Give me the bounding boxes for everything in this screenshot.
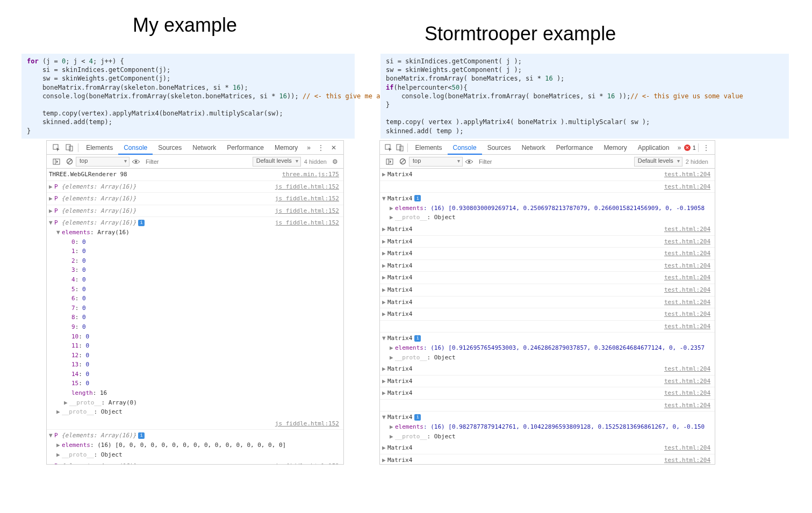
context-select[interactable]: top: [76, 157, 130, 167]
log-entry[interactable]: ▶Matrix4: [382, 309, 659, 319]
info-badge-icon: i: [138, 432, 145, 439]
eye-icon[interactable]: [130, 155, 142, 169]
tab-elements[interactable]: Elements: [81, 141, 118, 155]
source-link[interactable]: js fiddle.html:152: [270, 461, 339, 464]
tab-sources[interactable]: Sources: [153, 141, 187, 155]
source-link[interactable]: test.html:204: [659, 456, 710, 464]
tab-performance[interactable]: Performance: [551, 141, 599, 155]
source-link[interactable]: test.html:204: [659, 377, 710, 386]
tab-memory[interactable]: Memory: [598, 141, 632, 155]
source-link[interactable]: js fiddle.html:152: [270, 218, 339, 416]
hidden-count: 4 hidden: [301, 158, 330, 165]
svg-point-7: [135, 161, 137, 163]
log-entry[interactable]: ▶Matrix4: [382, 249, 659, 258]
tab-elements[interactable]: Elements: [410, 141, 448, 155]
source-link[interactable]: test.html:204: [659, 298, 710, 307]
log-entry[interactable]: ▶Matrix4: [382, 377, 659, 386]
svg-point-15: [468, 161, 470, 163]
source-link[interactable]: js fiddle.html:152: [270, 206, 339, 216]
filter-input[interactable]: [476, 158, 634, 165]
source-link[interactable]: test.html:204: [659, 309, 710, 319]
filter-input[interactable]: [142, 158, 253, 165]
source-link[interactable]: js fiddle.html:152: [270, 194, 339, 204]
close-icon[interactable]: ✕: [327, 141, 340, 155]
levels-select[interactable]: Default levels: [634, 157, 682, 167]
clear-console-icon[interactable]: [396, 155, 409, 169]
log-entry-expanded[interactable]: ▼P {elements: Array(16)}i ▼elements: Arr…: [49, 218, 270, 416]
log-entry[interactable]: ▶Matrix4: [382, 443, 659, 453]
log-entry[interactable]: ▶Matrix4: [382, 456, 659, 464]
hidden-count: 2 hidden: [682, 158, 712, 165]
context-select[interactable]: top: [409, 157, 463, 167]
log-entry[interactable]: THREE.WebGLRenderer 98: [49, 170, 277, 179]
tab-application[interactable]: Application: [633, 141, 675, 155]
log-entry[interactable]: ▶Matrix4: [382, 285, 659, 295]
kebab-icon[interactable]: ⋮: [314, 141, 327, 155]
sidebar-toggle-icon[interactable]: [383, 155, 396, 169]
tab-sources[interactable]: Sources: [482, 141, 516, 155]
log-entry[interactable]: ▶Matrix4: [382, 170, 659, 179]
log-entry[interactable]: ▶Matrix4: [382, 298, 659, 307]
log-entry-expanded[interactable]: ▼Matrix4i ▶elements: (16) [0.93080300092…: [382, 194, 705, 222]
inspect-icon[interactable]: [50, 141, 63, 155]
more-tabs-icon[interactable]: »: [674, 144, 684, 151]
source-link[interactable]: test.html:204: [659, 364, 710, 374]
log-entry-expanded[interactable]: ▼P {elements: Array(16)}i ▶elements: (16…: [49, 431, 334, 459]
code-block-left: for (j = 0; j < 4; j++) { si = skinIndic…: [21, 54, 355, 139]
tab-console[interactable]: Console: [448, 141, 482, 155]
source-link[interactable]: test.html:204: [659, 273, 710, 283]
log-entry[interactable]: ▶Matrix4: [382, 237, 659, 247]
error-dot-icon: ✕: [684, 144, 691, 151]
source-link[interactable]: test.html:204: [659, 285, 710, 295]
log-entry-expanded[interactable]: ▼Matrix4i ▶elements: (16) [0.91269576549…: [382, 334, 705, 362]
log-entry[interactable]: ▶Matrix4: [382, 261, 659, 271]
svg-rect-10: [400, 146, 403, 151]
eye-icon[interactable]: [463, 155, 476, 169]
source-link[interactable]: three.min.js:175: [277, 170, 339, 179]
tab-performance[interactable]: Performance: [221, 141, 269, 155]
source-link[interactable]: test.html:204: [659, 225, 710, 234]
source-link[interactable]: test.html:204: [659, 443, 710, 453]
log-entry[interactable]: ▶Matrix4: [382, 273, 659, 283]
source-link[interactable]: test.html:204: [659, 249, 710, 258]
info-badge-icon: i: [414, 195, 421, 201]
source-link[interactable]: test.html:204: [659, 322, 710, 331]
log-entry[interactable]: ▶Matrix4: [382, 364, 659, 374]
more-tabs-icon[interactable]: »: [303, 144, 314, 151]
source-link[interactable]: test.html:204: [659, 401, 710, 410]
log-entry-expanded[interactable]: ▼Matrix4i ▶elements: (16) [0.98278778791…: [382, 413, 705, 441]
info-badge-icon: i: [414, 335, 421, 342]
source-link[interactable]: js fiddle.html:152: [270, 182, 339, 192]
tab-memory[interactable]: Memory: [269, 141, 303, 155]
source-link[interactable]: test.html:204: [659, 237, 710, 247]
tab-network[interactable]: Network: [187, 141, 221, 155]
filterbar: top Default levels 4 hidden ⚙: [47, 155, 343, 169]
source-link[interactable]: test.html:204: [659, 261, 710, 271]
log-entry[interactable]: ▶P {elements: Array(16)}: [49, 194, 270, 204]
gear-icon[interactable]: ⚙: [330, 158, 340, 165]
svg-rect-2: [69, 146, 73, 151]
tab-console[interactable]: Console: [118, 141, 153, 155]
tab-network[interactable]: Network: [516, 141, 551, 155]
svg-line-14: [401, 160, 405, 163]
log-entry[interactable]: ▶Matrix4: [382, 225, 659, 234]
device-icon[interactable]: [394, 141, 405, 155]
log-entry[interactable]: ▶P {elements: Array(16)}: [49, 461, 270, 464]
device-icon[interactable]: [63, 141, 76, 155]
levels-select[interactable]: Default levels: [253, 157, 301, 167]
source-link[interactable]: test.html:204: [659, 182, 710, 192]
inspect-icon[interactable]: [383, 141, 394, 155]
clear-console-icon[interactable]: [63, 155, 76, 169]
log-entry[interactable]: ▶P {elements: Array(16)}: [49, 206, 270, 216]
source-link[interactable]: test.html:204: [659, 388, 710, 398]
sidebar-toggle-icon[interactable]: [50, 155, 63, 169]
error-badge[interactable]: ✕1: [684, 144, 696, 151]
kebab-icon[interactable]: ⋮: [701, 141, 712, 155]
info-badge-icon: i: [414, 414, 421, 421]
console-log-area[interactable]: THREE.WebGLRenderer 98three.min.js:175 ▶…: [47, 169, 343, 464]
source-link[interactable]: js fiddle.html:152: [270, 419, 339, 429]
source-link[interactable]: test.html:204: [659, 170, 710, 179]
log-entry[interactable]: ▶Matrix4: [382, 388, 659, 398]
log-entry[interactable]: ▶P {elements: Array(16)}: [49, 182, 270, 192]
console-log-area[interactable]: ▶Matrix4test.html:204 test.html:204 ▼Mat…: [380, 169, 715, 464]
